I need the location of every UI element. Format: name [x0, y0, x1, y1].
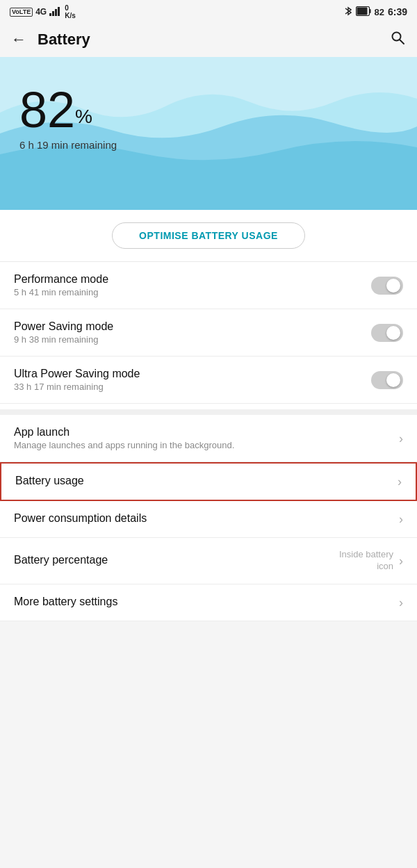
battery-percentage-value-label: Inside batteryicon — [339, 549, 393, 573]
section-separator-1 — [0, 409, 417, 415]
ultra-power-saving-toggle[interactable] — [371, 371, 403, 389]
power-saving-title: Power Saving mode — [14, 320, 363, 333]
optimize-battery-button[interactable]: OPTIMISE BATTERY USAGE — [112, 222, 305, 249]
battery-percentage-item[interactable]: Battery percentage Inside batteryicon › — [0, 538, 417, 584]
status-right: 82 6:39 — [344, 6, 408, 19]
app-launch-chevron: › — [399, 432, 403, 445]
power-saving-sub: 9 h 38 min remaining — [14, 334, 363, 345]
app-launch-sub: Manage launches and apps running in the … — [14, 440, 391, 450]
more-battery-settings-chevron: › — [399, 596, 403, 609]
battery-percent-symbol: % — [75, 106, 92, 127]
battery-percentage-title: Battery percentage — [14, 554, 331, 566]
battery-level-text: 82 — [375, 7, 384, 17]
bluetooth-icon — [344, 6, 352, 19]
svg-line-8 — [400, 40, 404, 44]
battery-remaining-text: 6 h 19 min remaining — [19, 139, 117, 151]
battery-percent-value: 82 — [19, 82, 75, 138]
more-battery-settings-item[interactable]: More battery settings › — [0, 584, 417, 621]
more-battery-settings-title: More battery settings — [14, 596, 391, 608]
battery-info: 82% 6 h 19 min remaining — [19, 85, 117, 151]
svg-rect-1 — [52, 11, 54, 16]
svg-rect-3 — [58, 7, 60, 16]
power-saving-toggle[interactable] — [371, 324, 403, 342]
performance-mode-toggle[interactable] — [371, 277, 403, 295]
battery-widget: 82% 6 h 19 min remaining — [0, 57, 417, 210]
performance-mode-sub: 5 h 41 min remaining — [14, 287, 363, 297]
ultra-power-saving-item[interactable]: Ultra Power Saving mode 33 h 17 min rema… — [0, 357, 417, 404]
ultra-power-saving-title: Ultra Power Saving mode — [14, 368, 363, 380]
power-consumption-item[interactable]: Power consumption details › — [0, 501, 417, 538]
power-saving-mode-item[interactable]: Power Saving mode 9 h 38 min remaining — [0, 309, 417, 357]
power-consumption-title: Power consumption details — [14, 512, 391, 525]
signal-bars — [49, 6, 62, 18]
battery-usage-chevron: › — [398, 475, 402, 488]
settings-list: Performance mode 5 h 41 min remaining Po… — [0, 262, 417, 621]
svg-rect-6 — [357, 7, 367, 15]
back-button[interactable]: ← — [11, 32, 26, 47]
optimize-section: OPTIMISE BATTERY USAGE — [0, 210, 417, 262]
status-bar: VoLTE 4G 0K/s 82 6:39 — [0, 0, 417, 22]
svg-rect-0 — [49, 13, 51, 16]
clock: 6:39 — [388, 6, 407, 17]
svg-rect-2 — [55, 9, 57, 16]
battery-status-icon — [356, 6, 371, 18]
volte-indicator: VoLTE — [10, 8, 33, 17]
battery-usage-item[interactable]: Battery usage › — [0, 462, 417, 501]
search-button[interactable] — [389, 29, 406, 50]
battery-usage-title: Battery usage — [15, 475, 389, 487]
data-speed: 0K/s — [65, 4, 76, 19]
app-launch-item[interactable]: App launch Manage launches and apps runn… — [0, 415, 417, 462]
performance-mode-item[interactable]: Performance mode 5 h 41 min remaining — [0, 262, 417, 309]
power-consumption-chevron: › — [399, 513, 403, 525]
performance-mode-title: Performance mode — [14, 273, 363, 286]
status-left: VoLTE 4G 0K/s — [10, 4, 76, 19]
battery-percentage-chevron: › — [399, 555, 403, 567]
app-launch-title: App launch — [14, 426, 391, 439]
ultra-power-saving-sub: 33 h 17 min remaining — [14, 382, 363, 392]
modes-group: Performance mode 5 h 41 min remaining Po… — [0, 262, 417, 404]
page-title: Battery — [38, 31, 378, 49]
svg-rect-5 — [369, 9, 370, 13]
svg-point-7 — [393, 33, 401, 41]
top-bar: ← Battery — [0, 22, 417, 57]
advanced-group: App launch Manage launches and apps runn… — [0, 415, 417, 621]
battery-percentage-display: 82% — [19, 85, 117, 135]
network-type: 4G — [35, 7, 47, 17]
